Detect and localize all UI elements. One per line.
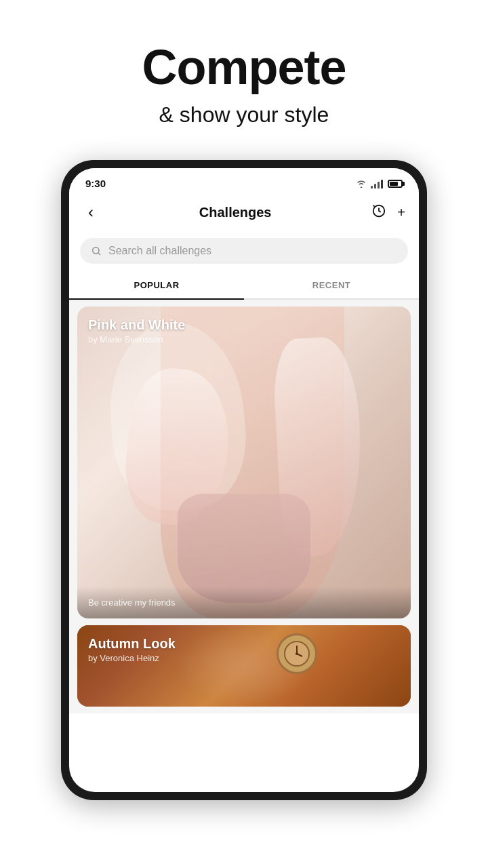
wifi-icon	[355, 179, 367, 188]
status-icons	[355, 179, 403, 189]
nav-actions: +	[371, 203, 405, 222]
status-time: 9:30	[85, 178, 106, 189]
card-top-info-pink: Pink and White by Marie Svensson	[77, 307, 411, 355]
card-title-autumn: Autumn Look	[88, 636, 400, 652]
card-overlay-pink: Be creative my friends	[77, 587, 411, 618]
card-autumn-look[interactable]: Autumn Look by Veronica Heinz	[77, 625, 411, 707]
card-author-pink: by Marie Svensson	[88, 334, 400, 344]
tabs-container: POPULAR RECENT	[69, 272, 419, 300]
back-button[interactable]: ‹	[83, 200, 99, 224]
card-pink-and-white[interactable]: Pink and White by Marie Svensson Be crea…	[77, 307, 411, 618]
history-icon[interactable]	[371, 203, 386, 222]
card-author-autumn: by Veronica Heinz	[88, 653, 400, 663]
phone-frame: 9:30	[61, 160, 427, 800]
cards-container: Pink and White by Marie Svensson Be crea…	[69, 300, 419, 713]
phone-screen: 9:30	[69, 168, 419, 792]
search-bar[interactable]: Search all challenges	[80, 238, 408, 264]
signal-icon	[371, 179, 383, 189]
promo-title: Compete	[142, 41, 346, 94]
promo-subtitle: & show your style	[142, 102, 346, 127]
status-bar: 9:30	[69, 168, 419, 195]
tab-popular[interactable]: POPULAR	[69, 272, 244, 298]
tab-recent[interactable]: RECENT	[244, 272, 419, 298]
search-container: Search all challenges	[69, 233, 419, 272]
search-icon	[91, 245, 102, 256]
svg-point-1	[93, 248, 99, 254]
card-description-pink: Be creative my friends	[88, 597, 400, 608]
add-icon[interactable]: +	[397, 205, 405, 220]
nav-title: Challenges	[199, 205, 272, 220]
card-top-info-autumn: Autumn Look by Veronica Heinz	[77, 625, 411, 674]
nav-bar: ‹ Challenges +	[69, 195, 419, 233]
promo-header: Compete & show your style	[142, 41, 346, 127]
card-title-pink: Pink and White	[88, 317, 400, 333]
battery-icon	[388, 180, 403, 188]
search-placeholder: Search all challenges	[108, 245, 211, 257]
svg-line-2	[98, 253, 100, 255]
